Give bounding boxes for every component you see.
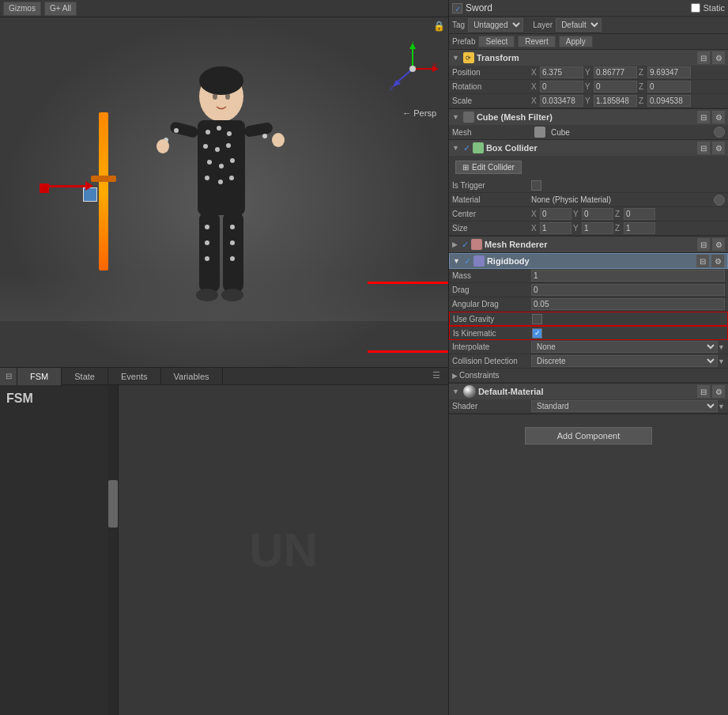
pos-z-input[interactable]: [647, 66, 691, 78]
x-arrowhead: [85, 181, 93, 191]
is-kinematic-checkbox[interactable]: ✓: [532, 328, 542, 339]
collision-detection-label: Collision Detection: [452, 357, 531, 365]
center-row: Center X Y Z: [449, 207, 728, 221]
pos-x-label: X: [531, 68, 539, 77]
add-component-area: Add Component: [449, 414, 728, 457]
scale-x-input[interactable]: [540, 95, 583, 107]
svg-point-23: [272, 133, 285, 147]
rigidbody-page-btn[interactable]: ⊟: [696, 255, 709, 267]
center-y-input[interactable]: [582, 208, 613, 220]
tag-label: Tag: [452, 21, 465, 29]
interpolate-select[interactable]: None: [531, 341, 718, 353]
center-x-label: X: [531, 210, 539, 218]
mesh-filter-component: ▼ Cube (Mesh Filter) ⊟ ⚙ Mesh Cube: [449, 109, 728, 140]
svg-point-6: [217, 126, 221, 131]
is-kinematic-row: Is Kinematic ✓: [449, 326, 728, 340]
static-label: Static: [703, 3, 725, 13]
svg-point-2: [213, 93, 217, 100]
inspector-header: Sword Static: [449, 0, 728, 17]
angular-drag-input[interactable]: [531, 298, 725, 310]
transform-settings-btn[interactable]: ⚙: [712, 51, 725, 64]
transform-page-btn[interactable]: ⊟: [697, 51, 710, 64]
tab-variables[interactable]: Variables: [161, 368, 223, 385]
rot-y-input[interactable]: [594, 81, 637, 93]
mesh-renderer-title: Mesh Renderer: [485, 240, 695, 249]
is-trigger-checkbox[interactable]: [531, 180, 541, 191]
mesh-renderer-page-btn[interactable]: ⊟: [697, 238, 710, 251]
scale-y-label: Y: [585, 96, 593, 105]
rot-z-input[interactable]: [647, 81, 691, 93]
layer-select[interactable]: Default: [556, 18, 602, 32]
rigidbody-settings-btn[interactable]: ⚙: [711, 255, 724, 267]
scale-z-input[interactable]: [647, 95, 691, 107]
use-gravity-checkbox[interactable]: [532, 314, 542, 324]
pos-y-input[interactable]: [594, 66, 637, 78]
prefab-label: Prefab: [452, 37, 475, 46]
svg-point-11: [207, 160, 212, 165]
material-settings-btn[interactable]: ⚙: [712, 385, 725, 398]
sword-guard: [91, 176, 116, 182]
size-z-input[interactable]: [624, 222, 655, 234]
size-y-input[interactable]: [582, 222, 613, 234]
mass-input[interactable]: [531, 270, 725, 282]
collider-material-row: Material None (Physic Material): [449, 193, 728, 207]
material-sphere: [463, 385, 476, 398]
tab-events[interactable]: Events: [108, 368, 161, 385]
material-title: Default-Material: [478, 387, 695, 396]
svg-point-29: [230, 225, 235, 229]
pos-x-input[interactable]: [540, 66, 583, 78]
apply-button[interactable]: Apply: [559, 36, 593, 47]
scale-x-label: X: [531, 96, 539, 105]
mesh-renderer-settings-btn[interactable]: ⚙: [712, 238, 725, 251]
mesh-circle-btn[interactable]: [714, 127, 725, 138]
svg-point-12: [219, 164, 224, 168]
inspector-panel: Sword Static Tag Untagged Layer Default: [449, 0, 728, 715]
scale-y-input[interactable]: [594, 95, 637, 107]
tab-fsm[interactable]: FSM: [17, 368, 62, 385]
rot-x-label: X: [531, 82, 539, 91]
shader-select[interactable]: Standard: [531, 400, 718, 412]
mesh-row: Mesh Cube: [449, 125, 728, 139]
object-enabled-checkbox[interactable]: [452, 3, 462, 13]
edit-collider-btn[interactable]: ⊞ Edit Collider: [455, 161, 522, 174]
size-label: Size: [452, 224, 531, 233]
box-collider-settings-btn[interactable]: ⚙: [712, 142, 725, 154]
svg-point-10: [226, 143, 231, 148]
rot-z-label: Z: [639, 82, 647, 91]
revert-button[interactable]: Revert: [518, 36, 555, 47]
box-collider-page-btn[interactable]: ⊟: [697, 142, 710, 154]
collapse-btn[interactable]: ⊟: [0, 368, 17, 385]
object-name: Sword: [466, 2, 688, 13]
layer-label: Layer: [533, 21, 553, 29]
drag-input[interactable]: [531, 284, 725, 296]
mesh-filter-settings-btn[interactable]: ⚙: [712, 111, 725, 123]
sword-object: [99, 112, 108, 270]
center-z-input[interactable]: [624, 208, 655, 220]
transform-header: ▼ ⟳ Transform ⊟ ⚙: [449, 50, 728, 66]
mesh-filter-page-btn[interactable]: ⊟: [697, 111, 710, 123]
interpolate-label: Interpolate: [452, 342, 531, 351]
material-component: ▼ Default-Material ⊟ ⚙ Shader Standard ▼: [449, 384, 728, 414]
size-x-input[interactable]: [540, 222, 571, 234]
select-button[interactable]: Select: [478, 36, 515, 47]
rot-x-input[interactable]: [540, 81, 583, 93]
collision-detection-select[interactable]: Discrete: [531, 355, 718, 367]
material-page-btn[interactable]: ⊟: [697, 385, 710, 398]
edit-collider-area: ⊞ Edit Collider: [449, 156, 728, 179]
box-collider-component: ▼ ✓ Box Collider ⊟ ⚙ ⊞ Edit Collider Is: [449, 140, 728, 236]
svg-text:Z: Z: [390, 85, 394, 92]
collider-material-btn[interactable]: [714, 195, 725, 206]
all-button[interactable]: G+ All: [44, 2, 77, 16]
angular-drag-row: Angular Drag: [449, 297, 728, 312]
tag-select[interactable]: Untagged: [468, 18, 523, 32]
static-checkbox[interactable]: [691, 3, 700, 13]
svg-point-26: [205, 225, 209, 229]
svg-text:X: X: [432, 62, 437, 69]
center-x-input[interactable]: [540, 208, 571, 220]
tab-state[interactable]: State: [62, 368, 108, 385]
gizmos-button[interactable]: Gizmos: [3, 2, 41, 16]
add-component-button[interactable]: Add Component: [525, 427, 653, 445]
svg-point-16: [229, 176, 234, 180]
svg-point-43: [409, 66, 416, 72]
panel-menu-icon[interactable]: ☰: [432, 370, 445, 383]
